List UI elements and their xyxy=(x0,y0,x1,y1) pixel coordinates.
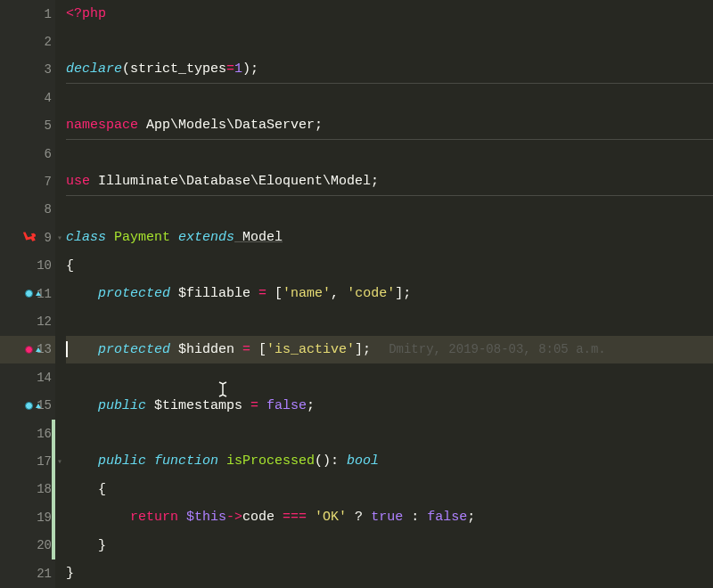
line-number: 6 xyxy=(30,147,52,161)
code-line[interactable]: use Illuminate\Database\Eloquent\Model; xyxy=(66,167,713,195)
gutter-line[interactable]: 9 ▾ xyxy=(0,224,55,251)
gutter-line[interactable]: 1 xyxy=(0,0,55,28)
line-number: 5 xyxy=(30,118,52,133)
code-line[interactable] xyxy=(66,84,713,111)
code-line[interactable]: protected $fillable = ['name', 'code']; xyxy=(66,280,713,307)
line-number: 10 xyxy=(30,258,52,273)
line-number: 1 xyxy=(30,7,52,21)
change-bar xyxy=(52,420,55,559)
gutter-markers xyxy=(25,290,41,298)
line-number: 8 xyxy=(30,202,52,216)
code-line[interactable] xyxy=(66,420,713,447)
gutter-line[interactable]: 8 xyxy=(0,196,55,224)
override-marker-icon[interactable] xyxy=(25,402,33,410)
git-blame-annotation: Dmitry, 2019-08-03, 8:05 a.m. xyxy=(389,342,606,356)
line-number: 14 xyxy=(30,371,52,385)
code-line[interactable] xyxy=(66,363,713,391)
arrow-up-icon xyxy=(36,291,41,296)
gutter-line[interactable]: 6 xyxy=(0,140,55,167)
line-number: 18 xyxy=(30,482,52,496)
code-line[interactable]: return $this->code === 'OK' ? true : fal… xyxy=(66,503,713,531)
line-number: 16 xyxy=(30,427,52,441)
line-number: 2 xyxy=(30,35,52,49)
code-line[interactable] xyxy=(66,28,713,55)
line-number: 7 xyxy=(30,175,52,189)
gutter-line[interactable]: 15 xyxy=(0,391,55,419)
code-line[interactable]: public $timestamps = false; xyxy=(66,391,713,419)
line-number: 17 xyxy=(30,454,52,469)
gutter-line[interactable]: 4 xyxy=(0,84,55,111)
code-line[interactable]: } xyxy=(66,559,713,587)
arrow-up-icon xyxy=(36,347,41,352)
code-line[interactable]: public function isProcessed(): bool xyxy=(66,447,713,475)
code-editor: 1 2 3 4 5 6 7 8 9 ▾ 10 11 12 13 xyxy=(0,0,713,588)
line-number: 20 xyxy=(30,538,52,552)
code-line[interactable]: { xyxy=(66,252,713,280)
gutter-line[interactable]: 7 xyxy=(0,167,55,195)
gutter-line[interactable]: 10 xyxy=(0,252,55,280)
gutter-line[interactable]: 14 xyxy=(0,363,55,391)
line-number: 4 xyxy=(30,91,52,105)
override-marker-icon[interactable] xyxy=(25,290,33,298)
line-number: 19 xyxy=(30,510,52,525)
code-line[interactable]: class Payment extends Model xyxy=(66,224,713,251)
gutter-line[interactable]: 19 xyxy=(0,503,55,531)
php-open-tag: <?php xyxy=(66,6,106,21)
gutter-line[interactable]: 21 xyxy=(0,559,55,587)
code-area[interactable]: <?php declare(strict_types=1); namespace… xyxy=(55,0,713,588)
code-line[interactable]: namespace App\Models\DataServer; xyxy=(66,112,713,140)
gutter-line[interactable]: 20 xyxy=(0,531,55,559)
gutter-line[interactable]: 5 xyxy=(0,112,55,140)
line-number: 3 xyxy=(30,62,52,77)
gutter-line[interactable]: 16 xyxy=(0,420,55,447)
gutter: 1 2 3 4 5 6 7 8 9 ▾ 10 11 12 13 xyxy=(0,0,55,588)
code-line[interactable]: <?php xyxy=(66,0,713,28)
line-number: 21 xyxy=(30,567,52,581)
gutter-line[interactable]: 13 xyxy=(0,336,55,363)
code-line[interactable] xyxy=(66,307,713,335)
code-line[interactable]: { xyxy=(66,476,713,503)
line-number: 12 xyxy=(30,314,52,329)
gutter-line[interactable]: 2 xyxy=(0,28,55,55)
code-line[interactable]: } xyxy=(66,531,713,559)
code-line[interactable] xyxy=(66,196,713,224)
laravel-icon xyxy=(23,232,36,244)
text-cursor xyxy=(66,341,68,357)
gutter-line[interactable]: 12 xyxy=(0,307,55,335)
gutter-line[interactable]: 3 xyxy=(0,56,55,84)
override-marker-icon[interactable] xyxy=(25,346,33,354)
gutter-markers xyxy=(25,346,41,354)
code-line[interactable]: declare(strict_types=1); xyxy=(66,56,713,84)
gutter-line[interactable]: 18 xyxy=(0,476,55,503)
code-line-current[interactable]: protected $hidden = ['is_active'];Dmitry… xyxy=(66,336,713,363)
gutter-line[interactable]: 11 xyxy=(0,280,55,307)
gutter-markers xyxy=(25,402,41,410)
gutter-line[interactable]: 17▾ xyxy=(0,447,55,475)
arrow-up-icon xyxy=(36,404,41,408)
code-line[interactable] xyxy=(66,140,713,167)
